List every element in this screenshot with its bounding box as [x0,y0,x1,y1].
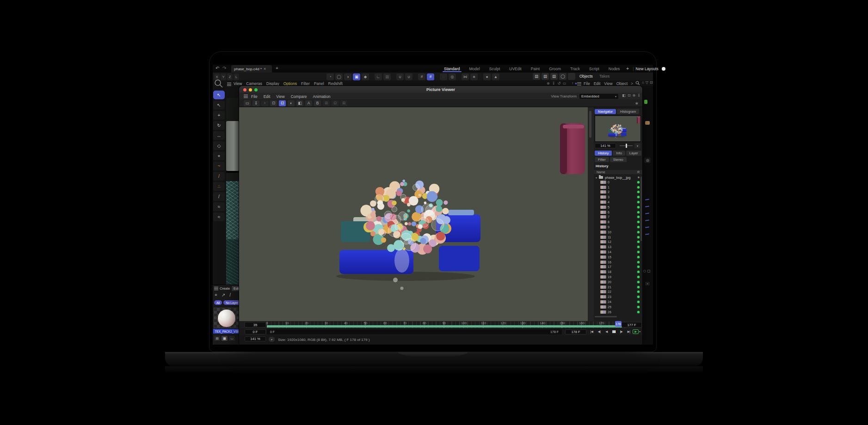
load-material-icon[interactable]: ↗ [222,292,225,298]
copy-image-icon[interactable]: ⊟ [332,100,339,106]
object-search-icon[interactable] [635,81,640,85]
move-tool-icon[interactable]: + [213,111,225,120]
axis-lock-button[interactable]: L [234,73,239,80]
save-image-icon[interactable]: ↧ [252,100,259,106]
up-arrow-icon[interactable]: ↑ [572,82,573,85]
sketch-tool-icon[interactable]: ≈ [213,202,225,211]
zoom-preset-icon[interactable]: ▾ [269,337,275,342]
viewport-menu-item[interactable]: Filter [301,81,310,86]
history-item[interactable]: 8 [594,219,642,225]
viewport-menu-item[interactable]: Panel [314,81,324,86]
history-tab[interactable]: Info [613,151,625,156]
loop-button[interactable]: ▶ [633,329,639,334]
picture-viewer-menu-item[interactable]: Compare [291,94,307,99]
timeline-end-field[interactable]: 177 F [622,322,642,328]
frame-scrubber-bar[interactable]: 0 F 178 F [267,329,562,334]
viewport-menu-icon[interactable] [227,83,231,86]
edit-render-settings-button[interactable]: ▤ [550,73,558,80]
timeline-start-field[interactable]: 35 [245,322,266,328]
pencil-tool-icon[interactable]: / [213,192,225,201]
history-item[interactable]: 11 [594,235,642,240]
reset-view-icon[interactable]: ↺ [557,82,560,85]
navigator-tab[interactable]: Navigator [595,109,616,114]
material-create-menu[interactable]: Create [220,286,230,291]
viewport-menu-item[interactable]: View [234,81,242,86]
history-item[interactable]: 13 [594,244,642,249]
picture-viewer-menu-item[interactable]: View [276,94,284,99]
current-frame-field[interactable]: 178 F [565,329,586,334]
contrast-icon[interactable]: ◐ [288,100,295,106]
spline-smooth-tool-icon[interactable]: ≈ [213,212,225,221]
step-forward-button[interactable]: |▶ [618,329,625,334]
mirror-icon[interactable]: ⋈ [462,73,469,80]
goto-start-button[interactable]: |◀ [588,329,595,334]
new-tab-icon[interactable]: + [276,66,278,71]
history-item[interactable]: 10 [594,230,642,235]
point-edit-tool-icon[interactable]: ∴ [213,182,225,191]
pan-hand-icon[interactable]: ⊕ [633,94,636,97]
history-item[interactable]: 0 [594,180,642,185]
history-item[interactable]: 12 [594,240,642,245]
compare-b-button[interactable]: B [314,100,321,106]
compare-a-button[interactable]: A [305,100,312,106]
pyramid-primitive-icon[interactable]: ▲ [492,73,499,80]
vertical-scrollbar[interactable] [589,111,591,138]
render-to-picture-viewer-button[interactable]: ▤ [542,73,549,80]
dropdown-icon-sliver[interactable]: ▾ [645,282,650,285]
pan-view-icon[interactable]: ⊕ [547,82,550,85]
history-item[interactable]: 18 [594,269,642,274]
history-item[interactable]: 16 [594,260,642,265]
maximize-view-icon[interactable]: ▭ [563,82,566,85]
scale-tool-icon[interactable]: ↔ [213,131,225,140]
history-item[interactable]: 25 [594,304,642,310]
pause-button[interactable]: ▮▮ [610,329,617,334]
layout-tab[interactable]: Standard [439,65,465,73]
history-item[interactable]: 3 [594,194,642,200]
more-menus-icon[interactable]: > [631,81,633,86]
object-manager-menu-item[interactable]: Edit [594,81,601,86]
paste-image-icon[interactable]: ⊞ [340,100,347,106]
rendered-image-canvas[interactable] [239,107,588,321]
generators-icon[interactable]: ◆ [362,73,369,80]
material-filter-pill[interactable]: No Layer [223,300,240,305]
split-compare-icon[interactable]: ◧ [296,100,303,106]
picture-viewer-menu-icon[interactable] [244,95,248,98]
viewport-menu-item[interactable]: Redshift [328,81,343,86]
material-thumbnail[interactable] [214,308,240,328]
viewport-menu-item[interactable]: Cameras [246,81,262,86]
axis-tool-icon[interactable]: ⌖ [213,152,225,160]
magnet-icon[interactable]: ∪ [396,73,404,80]
history-subtab[interactable]: Filter [595,157,609,162]
history-item[interactable]: 6 [594,210,642,215]
extra-render-button[interactable] [568,73,575,80]
axis-lock-button[interactable]: Z [227,73,233,80]
layout-tab[interactable]: Nodes [604,65,625,73]
history-item[interactable]: 5 [594,205,642,210]
layout-tab[interactable]: Track [566,65,585,73]
big-view-icon[interactable]: ▭ [229,336,235,341]
render-settings-icon[interactable]: ◑ [344,73,351,80]
playback-options-icon[interactable]: ▾ [639,330,640,333]
material-filter-pill[interactable]: All [214,300,222,305]
history-item[interactable]: 15 [594,255,642,260]
object-manager-menu-icon[interactable] [577,82,581,85]
render-region-icon[interactable]: ◯ [335,73,343,80]
search-icon[interactable] [214,79,224,89]
redo-icon[interactable]: ↷ [222,66,226,71]
panel-icon[interactable]: ⊡ [650,81,653,85]
play-backward-button[interactable]: ◀ [603,329,610,334]
layout-tab[interactable]: Sculpt [485,65,505,73]
layout-tab[interactable]: Script [585,65,604,73]
history-vertical-scrollbar[interactable] [640,176,642,241]
grid-icon[interactable]: # [418,73,425,80]
picture-viewer-menu-item[interactable]: Edit [264,94,271,99]
transform-tool-icon[interactable]: ◇ [213,141,225,150]
history-horizontal-scrollbar[interactable] [595,316,617,317]
scrubber-start-field[interactable]: 0 F [245,329,266,334]
material-name-label[interactable]: TEX_PACK2_VSI [213,329,240,334]
workplane-icon[interactable]: ▦ [383,73,391,80]
history-item[interactable]: 24 [594,299,642,304]
pick-material-icon[interactable]: / [229,292,231,298]
frame-all-icon[interactable]: ⊡ [279,100,286,106]
viewport-menu-item[interactable]: Options [283,81,297,86]
